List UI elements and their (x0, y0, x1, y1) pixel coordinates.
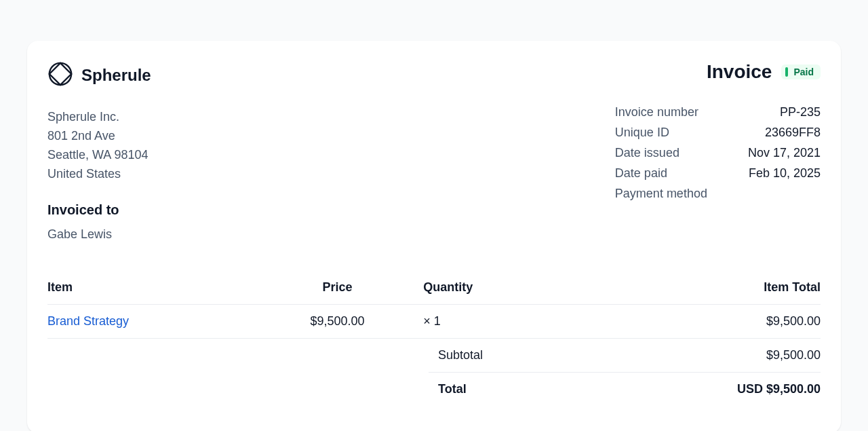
meta-value-paid: Feb 10, 2025 (748, 163, 821, 183)
th-price: Price (257, 280, 418, 295)
status-text: Paid (793, 67, 814, 77)
subtotal-value: $9,500.00 (766, 348, 821, 362)
svg-point-0 (50, 63, 71, 85)
meta-label-issued: Date issued (615, 143, 707, 163)
sender-country: United States (47, 164, 151, 183)
meta-value-uniqueid: 23669FF8 (748, 122, 821, 143)
row-item-name[interactable]: Brand Strategy (47, 314, 257, 329)
sender-street: 801 2nd Ave (47, 126, 151, 145)
invoice-meta: Invoice number Unique ID Date issued Dat… (615, 102, 821, 204)
th-total: Item Total (627, 280, 821, 295)
th-quantity: Quantity (418, 280, 627, 295)
invoice-card: Spherule Spherule Inc. 801 2nd Ave Seatt… (27, 41, 841, 431)
meta-value-number: PP-235 (748, 102, 821, 122)
th-item: Item (47, 280, 257, 295)
sender-city: Seattle, WA 98104 (47, 145, 151, 164)
invoiced-to-label: Invoiced to (47, 202, 151, 218)
row-item-price: $9,500.00 (257, 314, 418, 329)
row-item-total: $9,500.00 (627, 314, 821, 329)
row-item-qty: × 1 (418, 314, 627, 329)
total-value: USD $9,500.00 (737, 382, 821, 396)
table-row: Brand Strategy $9,500.00 × 1 $9,500.00 (47, 304, 821, 339)
meta-label-paid: Date paid (615, 163, 707, 183)
subtotal-label: Subtotal (429, 348, 483, 362)
meta-label-uniqueid: Unique ID (615, 122, 707, 143)
status-badge: Paid (781, 64, 821, 79)
totals: Subtotal $9,500.00 Total USD $9,500.00 (429, 339, 821, 406)
sender-name: Spherule Inc. (47, 107, 151, 126)
meta-label-payment: Payment method (615, 183, 707, 204)
invoiced-to-name: Gabe Lewis (47, 225, 151, 244)
meta-label-number: Invoice number (615, 102, 707, 122)
brand-logo-icon (47, 61, 73, 90)
invoice-title: Invoice (707, 61, 772, 83)
brand: Spherule (47, 61, 151, 90)
total-label: Total (429, 382, 467, 396)
brand-name: Spherule (81, 66, 151, 85)
line-items-table: Item Price Quantity Item Total Brand Str… (47, 280, 821, 339)
meta-value-issued: Nov 17, 2021 (748, 143, 821, 163)
